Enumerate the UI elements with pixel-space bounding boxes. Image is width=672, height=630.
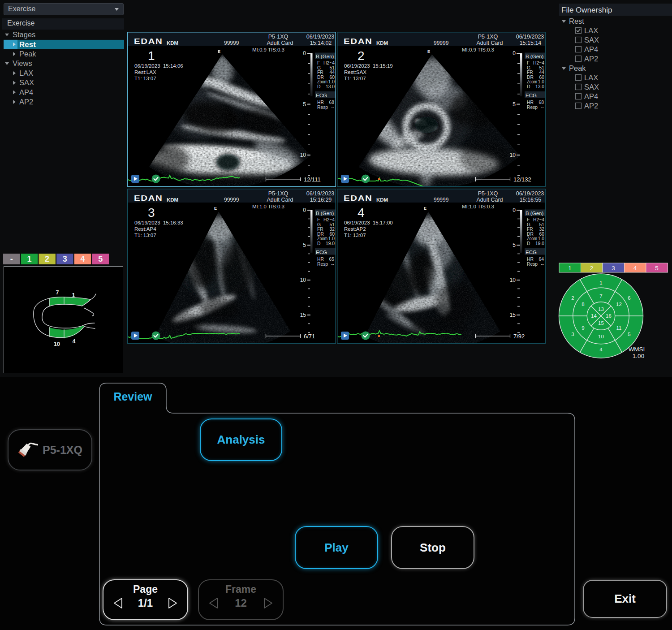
svg-text:06/19/2023 15:14:06: 06/19/2023 15:14:06 xyxy=(134,63,183,69)
svg-text:G: G xyxy=(317,65,321,70)
svg-text:16: 16 xyxy=(606,313,612,319)
svg-text:ECG: ECG xyxy=(526,250,537,255)
svg-text:Zoom: Zoom xyxy=(317,79,327,84)
svg-text:06/19/2023: 06/19/2023 xyxy=(306,190,335,197)
svg-text:MI:1.0 TIS:0.3: MI:1.0 TIS:0.3 xyxy=(462,204,494,209)
svg-text:F: F xyxy=(527,60,530,65)
svg-text:10: 10 xyxy=(300,277,306,283)
svg-text:06/19/2023: 06/19/2023 xyxy=(516,34,544,40)
svg-text:Rest:AP4: Rest:AP4 xyxy=(134,226,156,232)
svg-text:D: D xyxy=(317,241,320,246)
svg-text:T1: 13:07: T1: 13:07 xyxy=(134,233,156,238)
svg-text:KDM: KDM xyxy=(376,197,388,203)
svg-text:13.0: 13.0 xyxy=(326,84,335,89)
svg-text:Rest:AP2: Rest:AP2 xyxy=(344,226,366,232)
svg-text:AP2: AP2 xyxy=(584,55,598,63)
svg-text:SAX: SAX xyxy=(19,78,34,86)
svg-text:LAX: LAX xyxy=(584,26,598,35)
svg-text:2: 2 xyxy=(590,265,594,272)
svg-text:1: 1 xyxy=(27,255,31,263)
svg-text:Peak: Peak xyxy=(569,64,586,72)
svg-text:Adult Card: Adult Card xyxy=(267,40,293,46)
svg-text:4: 4 xyxy=(599,347,603,352)
svg-text:MI:0.9 TIS:0.3: MI:0.9 TIS:0.3 xyxy=(462,47,494,52)
svg-text:15:14:02: 15:14:02 xyxy=(310,40,332,46)
svg-text:DR: DR xyxy=(317,232,324,237)
svg-text:06/19/2023 15:17:00: 06/19/2023 15:17:00 xyxy=(344,220,393,225)
svg-text:P5-1XQ: P5-1XQ xyxy=(268,190,289,197)
svg-text:1: 1 xyxy=(72,292,75,298)
svg-text:68: 68 xyxy=(329,100,335,105)
svg-text:T1: 13:07: T1: 13:07 xyxy=(134,76,156,81)
svg-text:99999: 99999 xyxy=(434,197,449,203)
svg-text:KDM: KDM xyxy=(376,40,388,46)
svg-text:06/19/2023: 06/19/2023 xyxy=(516,190,544,197)
svg-text:99999: 99999 xyxy=(224,197,239,203)
svg-text:3: 3 xyxy=(148,206,155,220)
svg-text:MI:1.0 TIS:0.3: MI:1.0 TIS:0.3 xyxy=(252,204,284,209)
svg-text:15:16:55: 15:16:55 xyxy=(520,197,542,203)
svg-text:Adult Card: Adult Card xyxy=(267,197,293,203)
svg-text:B (Gen): B (Gen) xyxy=(316,54,334,59)
svg-text:Rest: Rest xyxy=(19,40,36,49)
svg-text:5: 5 xyxy=(98,255,103,263)
svg-text:P5-1XQ: P5-1XQ xyxy=(478,190,498,197)
svg-text:--: -- xyxy=(331,262,334,267)
svg-text:15:16:29: 15:16:29 xyxy=(310,197,332,203)
svg-text:E: E xyxy=(424,206,426,211)
svg-text:H2~4: H2~4 xyxy=(323,60,335,65)
svg-text:0: 0 xyxy=(513,50,516,56)
svg-text:0: 0 xyxy=(303,207,306,213)
svg-text:F: F xyxy=(317,217,320,222)
svg-text:10: 10 xyxy=(300,152,306,158)
svg-text:Zoom: Zoom xyxy=(317,236,327,241)
svg-text:10: 10 xyxy=(598,334,604,339)
svg-text:AP2: AP2 xyxy=(19,98,33,106)
svg-text:EDAN: EDAN xyxy=(344,37,372,45)
svg-text:15: 15 xyxy=(510,312,516,318)
svg-text:64: 64 xyxy=(539,257,544,262)
svg-text:HR: HR xyxy=(317,257,324,262)
svg-text:SAX: SAX xyxy=(584,36,599,44)
svg-text:6/71: 6/71 xyxy=(304,333,315,340)
svg-text:1: 1 xyxy=(568,265,572,272)
svg-text:File Ownership: File Ownership xyxy=(561,6,612,14)
svg-text:3: 3 xyxy=(612,265,615,272)
svg-text:G: G xyxy=(317,222,321,227)
svg-text:5: 5 xyxy=(303,242,306,248)
svg-text:E: E xyxy=(214,206,217,211)
svg-text:Zoom: Zoom xyxy=(527,236,537,241)
svg-text:SAX: SAX xyxy=(584,83,599,91)
svg-text:60: 60 xyxy=(539,75,545,80)
svg-text:MI:0.9 TIS:0.3: MI:0.9 TIS:0.3 xyxy=(252,47,284,52)
svg-text:51: 51 xyxy=(330,222,335,227)
svg-text:51: 51 xyxy=(539,65,545,70)
svg-text:15: 15 xyxy=(300,312,306,318)
svg-text:Resp: Resp xyxy=(317,262,328,267)
svg-text:E: E xyxy=(427,49,430,54)
svg-text:44: 44 xyxy=(539,70,545,75)
svg-text:14: 14 xyxy=(591,313,597,319)
svg-text:51: 51 xyxy=(330,65,335,70)
svg-text:LAX: LAX xyxy=(584,73,598,82)
svg-text:H2~4: H2~4 xyxy=(533,217,544,222)
svg-text:P5-1XQ: P5-1XQ xyxy=(478,34,498,40)
svg-text:FR: FR xyxy=(317,70,323,75)
svg-text:1.0: 1.0 xyxy=(538,79,545,84)
svg-text:44: 44 xyxy=(330,70,335,75)
svg-text:1: 1 xyxy=(148,49,155,63)
svg-text:7: 7 xyxy=(56,289,59,296)
svg-text:15:15:14: 15:15:14 xyxy=(520,40,542,46)
svg-text:6: 6 xyxy=(628,295,630,301)
svg-text:0: 0 xyxy=(513,207,516,213)
svg-text:-: - xyxy=(10,255,13,263)
svg-text:13: 13 xyxy=(598,306,604,312)
svg-text:B (Gen): B (Gen) xyxy=(526,54,543,59)
svg-text:ECG: ECG xyxy=(316,93,327,98)
svg-text:FR: FR xyxy=(317,227,323,232)
svg-text:7/92: 7/92 xyxy=(513,333,525,340)
svg-text:8: 8 xyxy=(582,302,584,307)
svg-text:B (Gen): B (Gen) xyxy=(526,211,543,216)
svg-text:Adult Card: Adult Card xyxy=(476,40,503,46)
svg-text:4: 4 xyxy=(358,206,365,220)
